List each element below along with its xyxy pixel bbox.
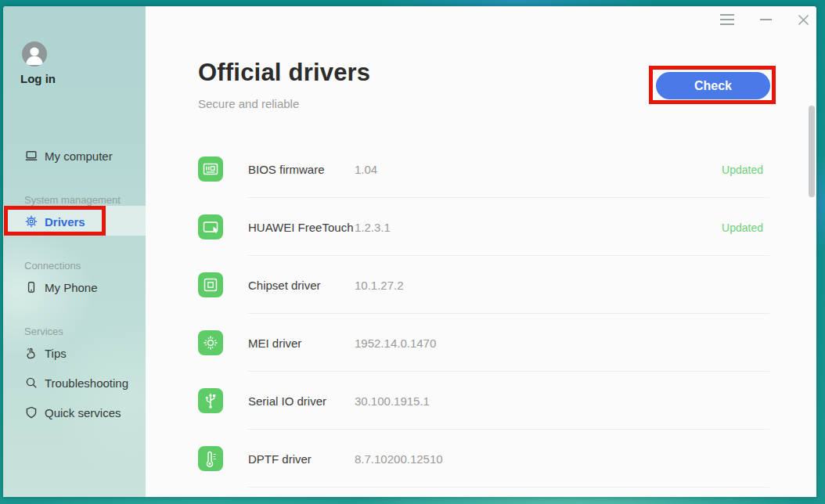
check-button[interactable]: Check <box>656 72 770 99</box>
laptop-icon <box>24 149 38 163</box>
driver-list: BIOS firmware 1.04 Updated HUAWEI FreeTo… <box>198 140 769 488</box>
sidebar-item-my-phone[interactable]: My Phone <box>3 278 146 297</box>
sidebar-item-drivers[interactable]: Drivers <box>3 212 146 231</box>
driver-version: 8.7.10200.12510 <box>355 452 443 466</box>
magnifier-icon <box>24 376 38 390</box>
sidebar-item-label: My computer <box>45 149 113 163</box>
gear-icon <box>24 214 38 229</box>
driver-status: Updated <box>722 164 763 176</box>
bios-icon <box>198 157 223 182</box>
sidebar-item-quick-services[interactable]: Quick services <box>3 403 146 422</box>
driver-row-serial-io[interactable]: Serial IO driver 30.100.1915.1 <box>198 372 769 430</box>
sidebar-item-label: Quick services <box>45 406 121 419</box>
cpu-icon <box>198 330 223 355</box>
close-button[interactable] <box>794 13 812 27</box>
menu-button[interactable] <box>718 13 737 27</box>
sidebar-item-label: Tips <box>45 347 67 360</box>
close-icon <box>798 14 809 26</box>
desktop-background: { "window": { "controls": { "menu": "men… <box>0 0 825 504</box>
page-subtitle: Secure and reliable <box>198 97 299 110</box>
sidebar-item-my-computer[interactable]: My computer <box>3 146 146 165</box>
driver-row-freetouch[interactable]: HUAWEI FreeTouch 1.2.3.1 Updated <box>198 198 769 256</box>
user-silhouette-icon <box>22 41 47 67</box>
main-panel: Official drivers Secure and reliable Che… <box>146 6 816 497</box>
driver-row-mei[interactable]: MEI driver 1952.14.0.1470 <box>198 314 769 372</box>
sidebar-item-label: Drivers <box>45 215 85 229</box>
scrollbar-thumb[interactable] <box>809 106 815 197</box>
driver-row-bios[interactable]: BIOS firmware 1.04 Updated <box>198 140 769 198</box>
sidebar-section-services: Services <box>24 326 63 337</box>
touchpad-icon <box>198 214 223 239</box>
app-window: Log in My computer System management Dri… <box>3 6 816 497</box>
hand-icon <box>24 346 38 360</box>
usb-icon <box>198 388 223 413</box>
driver-version: 10.1.27.2 <box>355 279 404 292</box>
driver-name: MEI driver <box>248 337 301 350</box>
sidebar-item-label: My Phone <box>45 281 98 294</box>
phone-icon <box>24 280 38 294</box>
driver-version: 1952.14.0.1470 <box>355 337 436 350</box>
page-title: Official drivers <box>198 59 370 87</box>
minimize-button[interactable] <box>757 13 774 27</box>
sidebar-item-tips[interactable]: Tips <box>3 344 146 362</box>
login-button[interactable]: Log in <box>20 72 56 85</box>
sidebar-section-system-management: System management <box>24 194 121 206</box>
driver-name: Serial IO driver <box>248 394 326 408</box>
avatar[interactable] <box>22 41 47 67</box>
sidebar: Log in My computer System management Dri… <box>3 6 146 497</box>
driver-name: HUAWEI FreeTouch <box>248 221 353 234</box>
shield-icon <box>24 405 38 419</box>
sidebar-section-connections: Connections <box>24 260 81 272</box>
driver-name: BIOS firmware <box>248 163 325 176</box>
driver-row-dptf[interactable]: DPTF driver 8.7.10200.12510 <box>198 430 769 488</box>
sidebar-item-troubleshooting[interactable]: Troubleshooting <box>3 373 146 392</box>
sidebar-item-label: Troubleshooting <box>45 376 128 390</box>
driver-name: DPTF driver <box>248 452 312 466</box>
driver-version: 30.100.1915.1 <box>355 394 430 408</box>
thermometer-icon <box>198 446 223 471</box>
driver-version: 1.2.3.1 <box>355 221 391 234</box>
driver-name: Chipset driver <box>248 279 321 292</box>
driver-status: Updated <box>722 221 763 234</box>
driver-row-chipset[interactable]: Chipset driver 10.1.27.2 <box>198 256 769 314</box>
chip-icon <box>198 272 223 297</box>
driver-version: 1.04 <box>355 163 377 176</box>
